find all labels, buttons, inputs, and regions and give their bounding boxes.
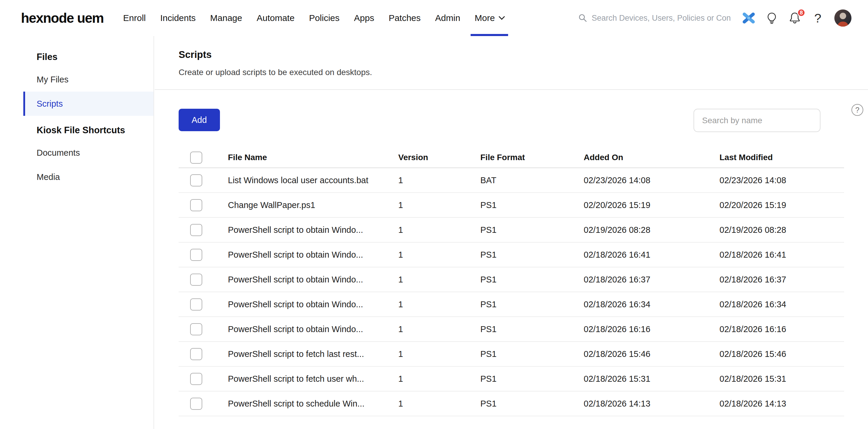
row-checkbox[interactable] [190,274,202,286]
brand-logo[interactable]: hexnode uem [21,10,104,26]
page-help-button[interactable]: ? [851,104,863,116]
sidebar-section-kiosk-file-shortcuts: Kiosk File Shortcuts [0,120,154,141]
notifications-button[interactable]: 8 [787,10,802,26]
nav-item-patches[interactable]: Patches [389,0,421,36]
cell-added-on: 02/18/2026 15:31 [584,374,719,384]
avatar-silhouette-icon [834,9,851,27]
nav-item-incidents[interactable]: Incidents [160,0,196,36]
whats-new-button[interactable] [764,10,779,26]
cell-file-name[interactable]: PowerShell script to obtain Windo... [228,299,398,309]
cell-added-on: 02/18/2026 16:41 [584,250,719,260]
nav-item-admin[interactable]: Admin [435,0,460,36]
row-checkbox[interactable] [190,323,202,335]
cell-file-name[interactable]: PowerShell script to obtain Windo... [228,324,398,334]
cell-last-modified: 02/23/2026 14:08 [719,175,844,185]
table-row[interactable]: Change WallPaper.ps1 1 PS1 02/20/2026 15… [179,193,844,218]
sidebar-item-documents[interactable]: Documents [23,141,154,165]
cell-version: 1 [398,225,480,235]
cell-file-name[interactable]: PowerShell script to fetch last rest... [228,349,398,359]
cell-version: 1 [398,324,480,334]
sidebar-item-media[interactable]: Media [23,165,154,189]
col-header-added-on[interactable]: Added On [584,153,719,162]
cell-added-on: 02/18/2026 16:16 [584,324,719,334]
col-header-version[interactable]: Version [398,153,480,162]
lightbulb-icon [765,11,779,25]
nav-item-policies[interactable]: Policies [309,0,340,36]
sidebar-item-scripts[interactable]: Scripts [23,92,154,116]
page-subtitle: Create or upload scripts to be executed … [179,68,868,77]
col-header-last-modified[interactable]: Last Modified [719,153,844,162]
cell-last-modified: 02/18/2026 15:46 [719,349,844,359]
cell-added-on: 02/18/2026 14:13 [584,399,719,409]
remote-assist-button[interactable] [741,10,756,26]
cell-last-modified: 02/18/2026 14:13 [719,399,844,409]
row-checkbox-cell [179,274,228,286]
table-header-row: File Name Version File Format Added On L… [179,147,844,168]
cell-file-format: PS1 [480,200,584,210]
cell-file-name[interactable]: PowerShell script to fetch user wh... [228,374,398,384]
cell-file-name[interactable]: PowerShell script to obtain Windo... [228,250,398,260]
table-row[interactable]: PowerShell script to obtain Windo... 1 P… [179,292,844,317]
cell-file-format: PS1 [480,324,584,334]
nav-item-apps[interactable]: Apps [354,0,374,36]
table-row[interactable]: PowerShell script to obtain Windo... 1 P… [179,317,844,342]
row-checkbox[interactable] [190,199,202,211]
chevron-down-icon [499,13,505,20]
select-all-cell [179,151,228,164]
cell-last-modified: 02/18/2026 16:41 [719,250,844,260]
row-checkbox[interactable] [190,224,202,236]
cell-file-name[interactable]: Change WallPaper.ps1 [228,200,398,210]
remote-assist-icon [742,11,756,25]
row-checkbox[interactable] [190,249,202,261]
select-all-checkbox[interactable] [190,151,202,164]
scripts-table: File Name Version File Format Added On L… [179,147,844,416]
row-checkbox-cell [179,224,228,236]
row-checkbox[interactable] [190,348,202,360]
table-row[interactable]: PowerShell script to fetch last rest... … [179,342,844,367]
nav-item-enroll[interactable]: Enroll [123,0,146,36]
table-row[interactable]: PowerShell script to obtain Windo... 1 P… [179,242,844,267]
cell-last-modified: 02/18/2026 16:37 [719,275,844,285]
cell-version: 1 [398,175,480,185]
cell-added-on: 02/23/2026 14:08 [584,175,719,185]
nav-item-more-label: More [475,13,495,23]
nav-item-manage[interactable]: Manage [210,0,242,36]
col-header-file-name[interactable]: File Name [228,153,398,162]
cell-version: 1 [398,349,480,359]
add-button[interactable]: Add [179,109,220,131]
table-row[interactable]: PowerShell script to obtain Windo... 1 P… [179,267,844,292]
nav-item-more[interactable]: More [475,0,504,36]
help-button[interactable]: ? [810,10,826,26]
row-checkbox[interactable] [190,174,202,187]
user-avatar[interactable] [834,9,851,27]
table-row[interactable]: PowerShell script to obtain Windo... 1 P… [179,218,844,242]
cell-last-modified: 02/18/2026 15:31 [719,374,844,384]
table-row[interactable]: PowerShell script to schedule Win... 1 P… [179,392,844,416]
cell-file-format: PS1 [480,225,584,235]
page-header: Scripts Create or upload scripts to be e… [155,36,868,90]
cell-file-format: BAT [480,175,584,185]
row-checkbox[interactable] [190,373,202,385]
cell-file-name[interactable]: PowerShell script to obtain Windo... [228,275,398,285]
row-checkbox[interactable] [190,298,202,311]
col-header-file-format[interactable]: File Format [480,153,584,162]
cell-last-modified: 02/18/2026 16:34 [719,299,844,309]
sidebar-section-files: Files [0,47,154,67]
row-checkbox[interactable] [190,398,202,410]
cell-file-name[interactable]: List Windows local user accounts.bat [228,175,398,185]
sidebar-item-my-files[interactable]: My Files [23,67,154,92]
table-row[interactable]: List Windows local user accounts.bat 1 B… [179,168,844,193]
global-search-input[interactable] [592,13,731,23]
cell-file-name[interactable]: PowerShell script to obtain Windo... [228,225,398,235]
row-checkbox-cell [179,298,228,311]
table-row[interactable]: PowerShell script to fetch user wh... 1 … [179,367,844,392]
cell-file-name[interactable]: PowerShell script to schedule Win... [228,399,398,409]
nav-item-automate[interactable]: Automate [256,0,294,36]
toolbar: Add [155,90,868,132]
notification-badge: 8 [797,8,805,17]
search-icon [578,13,588,23]
cell-version: 1 [398,200,480,210]
search-by-name-input[interactable] [693,109,820,132]
cell-version: 1 [398,275,480,285]
primary-nav: Enroll Incidents Manage Automate Policie… [123,0,504,36]
